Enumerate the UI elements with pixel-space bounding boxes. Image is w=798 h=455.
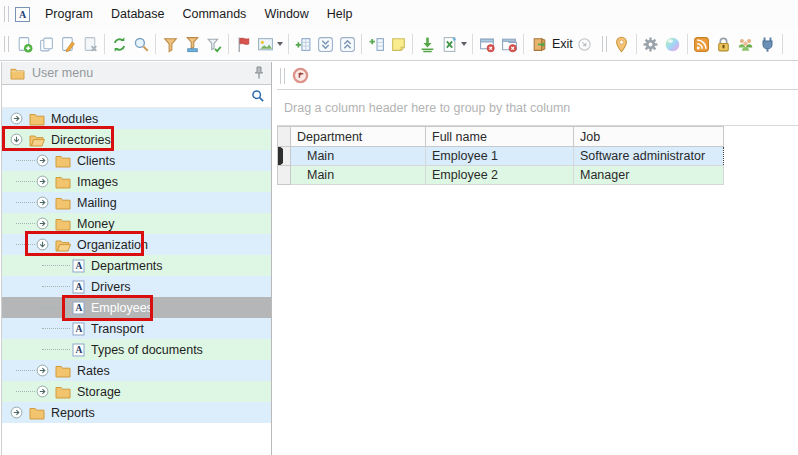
menu-bar: A Program Database Commands Window Help	[0, 0, 798, 28]
toolbar-separator	[782, 34, 783, 54]
expand-icon[interactable]	[36, 175, 49, 188]
theme-sphere-icon[interactable]	[662, 33, 684, 55]
circled-arrow-icon	[577, 37, 592, 52]
tree-item-label: Organization	[77, 238, 148, 252]
close-all-windows-icon[interactable]	[498, 33, 520, 55]
tree-item-drivers[interactable]: A Drivers	[2, 276, 271, 297]
expand-all-icon[interactable]	[336, 33, 358, 55]
app-logo-icon: A	[15, 7, 30, 22]
folder-icon	[55, 385, 71, 399]
exit-door-icon	[531, 36, 548, 53]
folder-icon	[29, 406, 45, 420]
collapse-icon[interactable]	[10, 133, 23, 146]
rss-feed-icon[interactable]	[691, 33, 713, 55]
toolbar-separator	[155, 34, 156, 54]
cell-full-name[interactable]: Employee 1	[426, 147, 574, 166]
menu-commands[interactable]: Commands	[173, 3, 255, 25]
circular-arrow-icon[interactable]	[289, 65, 311, 87]
edit-record-icon[interactable]	[57, 33, 79, 55]
tree-item-images[interactable]: Images	[2, 171, 271, 192]
add-group-icon[interactable]	[292, 33, 314, 55]
search-icon[interactable]	[130, 33, 152, 55]
tree-item-money[interactable]: Money	[2, 213, 271, 234]
expand-icon[interactable]	[36, 385, 49, 398]
tree-item-directories[interactable]: Directories	[2, 129, 271, 150]
expand-icon[interactable]	[36, 154, 49, 167]
column-header-job[interactable]: Job	[574, 127, 724, 147]
search-icon[interactable]	[251, 89, 265, 103]
users-group-icon[interactable]	[735, 33, 757, 55]
dropdown-caret-icon[interactable]	[277, 42, 283, 46]
group-by-panel[interactable]: Drag a column header here to group by th…	[277, 90, 798, 125]
dropdown-caret-icon[interactable]	[461, 42, 467, 46]
add-column-icon[interactable]	[365, 33, 387, 55]
tree-item-reports[interactable]: Reports	[2, 402, 271, 423]
filter-check-icon[interactable]	[203, 33, 225, 55]
close-window-icon[interactable]	[476, 33, 498, 55]
toolbar-grip[interactable]	[4, 36, 9, 52]
employees-panel: Drag a column header here to group by th…	[277, 62, 798, 455]
toolbar-grip[interactable]	[280, 68, 285, 84]
tree-item-modules[interactable]: Modules	[2, 108, 271, 129]
add-record-icon[interactable]	[13, 33, 35, 55]
expand-icon[interactable]	[36, 196, 49, 209]
search-bar	[2, 85, 271, 108]
export-excel-icon[interactable]	[438, 33, 460, 55]
filter-icon[interactable]	[159, 33, 181, 55]
delete-record-icon[interactable]	[79, 33, 101, 55]
folder-icon	[10, 67, 25, 80]
cell-department[interactable]: Main	[291, 147, 426, 166]
row-indicator[interactable]	[278, 147, 291, 166]
expand-icon[interactable]	[36, 217, 49, 230]
collapse-all-icon[interactable]	[314, 33, 336, 55]
menu-program[interactable]: Program	[36, 3, 102, 25]
search-input[interactable]	[8, 87, 251, 105]
cell-department[interactable]: Main	[291, 166, 426, 185]
pin-icon[interactable]	[253, 66, 265, 80]
tree-item-departments[interactable]: A Departments	[2, 255, 271, 276]
flag-icon[interactable]	[232, 33, 254, 55]
expand-icon[interactable]	[10, 112, 23, 125]
refresh-icon[interactable]	[108, 33, 130, 55]
plug-icon[interactable]	[757, 33, 779, 55]
user-menu-panel: User menu Modules Directories	[1, 62, 272, 455]
settings-gear-icon[interactable]	[640, 33, 662, 55]
column-header-department[interactable]: Department	[291, 127, 426, 147]
tree-item-mailing[interactable]: Mailing	[2, 192, 271, 213]
panel-title: User menu	[32, 66, 253, 80]
location-pin-icon[interactable]	[611, 33, 633, 55]
cell-job[interactable]: Manager	[574, 166, 724, 185]
toolbar-grip[interactable]	[4, 6, 9, 22]
exit-button[interactable]: Exit	[527, 35, 596, 54]
cell-job[interactable]: Software administrator	[574, 147, 724, 166]
tree-item-storage[interactable]: Storage	[2, 381, 271, 402]
tree-item-transport[interactable]: A Transport	[2, 318, 271, 339]
directory-item-icon: A	[72, 301, 85, 315]
tree-item-employees[interactable]: A Employees	[2, 297, 271, 318]
tree-item-types-of-documents[interactable]: A Types of documents	[2, 339, 271, 360]
copy-record-icon[interactable]	[35, 33, 57, 55]
svg-text:A: A	[75, 261, 82, 271]
cell-full-name[interactable]: Employee 2	[426, 166, 574, 185]
tree-item-rates[interactable]: Rates	[2, 360, 271, 381]
table-row[interactable]: Main Employee 1 Software administrator	[278, 147, 724, 166]
tree-item-label: Types of documents	[91, 343, 203, 357]
tree-item-organization[interactable]: Organization	[2, 234, 271, 255]
menu-database[interactable]: Database	[102, 3, 174, 25]
filter-edit-icon[interactable]	[181, 33, 203, 55]
table-row[interactable]: Main Employee 2 Manager	[278, 166, 724, 185]
column-header-full-name[interactable]: Full name	[426, 127, 574, 147]
image-icon[interactable]	[254, 33, 276, 55]
row-indicator[interactable]	[278, 166, 291, 185]
toolbar-grip[interactable]	[602, 36, 607, 52]
import-icon[interactable]	[416, 33, 438, 55]
menu-window[interactable]: Window	[255, 3, 317, 25]
expand-icon[interactable]	[36, 364, 49, 377]
expand-icon[interactable]	[10, 406, 23, 419]
tree-item-clients[interactable]: Clients	[2, 150, 271, 171]
security-lock-icon[interactable]	[713, 33, 735, 55]
collapse-icon[interactable]	[36, 238, 49, 251]
menu-help[interactable]: Help	[318, 3, 362, 25]
panel-toolbar	[277, 62, 798, 90]
note-icon[interactable]	[387, 33, 409, 55]
